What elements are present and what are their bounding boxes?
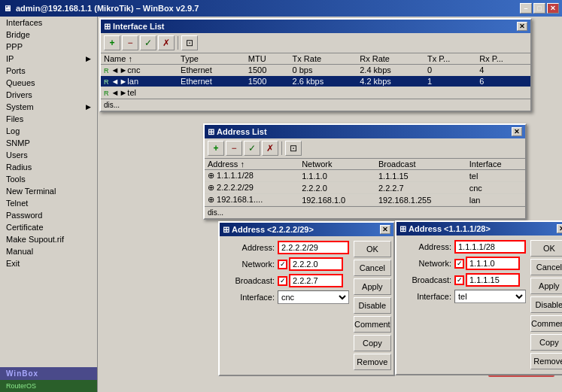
cnc-network-checkbox[interactable]: ✓ bbox=[278, 260, 287, 269]
sidebar-item-new-terminal[interactable]: New Terminal bbox=[0, 185, 97, 197]
tel-ok-button[interactable]: OK bbox=[530, 240, 562, 257]
tel-interface-select[interactable]: tel cnc lan bbox=[454, 290, 526, 303]
interface-list-table: Name ↑ Type MTU Tx Rate Rx Rate Tx P... … bbox=[101, 53, 530, 99]
sidebar-item-system[interactable]: System ▶ bbox=[0, 101, 97, 113]
chevron-right-icon-2: ▶ bbox=[86, 103, 91, 111]
cnc-copy-button[interactable]: Copy bbox=[354, 335, 391, 351]
addr-add-button[interactable]: + bbox=[208, 141, 224, 156]
cnc-address-input[interactable] bbox=[278, 241, 349, 254]
interface-cell: cnc bbox=[466, 182, 525, 194]
col-addr[interactable]: Address ↑ bbox=[205, 159, 299, 170]
col-rx-p[interactable]: Rx P... bbox=[476, 53, 530, 65]
sidebar-item-ip[interactable]: IP ▶ bbox=[0, 53, 97, 65]
sidebar-item-bridge[interactable]: Bridge bbox=[0, 29, 97, 41]
dialog-tel-icon: ⊞ bbox=[399, 224, 406, 234]
tel-address-input[interactable] bbox=[454, 240, 526, 254]
col-interface[interactable]: Interface bbox=[466, 159, 525, 170]
address-list-close[interactable]: ✕ bbox=[512, 127, 522, 136]
tel-remove-button[interactable]: Remove bbox=[530, 353, 562, 369]
sidebar-item-users[interactable]: Users bbox=[0, 149, 97, 161]
sidebar-item-telnet[interactable]: Telnet bbox=[0, 197, 97, 209]
addr-remove-button[interactable]: − bbox=[226, 141, 242, 156]
tel-disable-button[interactable]: Disable bbox=[530, 296, 562, 313]
sidebar-item-drivers[interactable]: Drivers bbox=[0, 89, 97, 101]
dialog-cnc-titlebar[interactable]: ⊞ Address <2.2.2.2/29> ✕ bbox=[220, 223, 393, 236]
table-row[interactable]: R ◄►cnc Ethernet 1500 0 bps 2.4 kbps 0 4 bbox=[101, 65, 530, 76]
if-txrate-cell: 2.6 kbps bbox=[290, 76, 357, 87]
if-rxrate-cell bbox=[357, 87, 424, 99]
interface-list-titlebar[interactable]: ⊞ Interface List ✕ bbox=[101, 20, 530, 33]
cnc-cancel-button[interactable]: Cancel bbox=[354, 260, 391, 276]
sidebar-item-snmp[interactable]: SNMP bbox=[0, 137, 97, 149]
addr-cell: ⊕ 192.168.1.... bbox=[205, 194, 299, 206]
tel-cancel-button[interactable]: Cancel bbox=[530, 259, 562, 275]
if-rxp-cell: 6 bbox=[476, 76, 530, 87]
cnc-network-input[interactable] bbox=[289, 257, 343, 271]
address-list-titlebar[interactable]: ⊞ Address List ✕ bbox=[205, 125, 525, 138]
network-cell: 2.2.2.0 bbox=[299, 182, 375, 194]
col-tx-p[interactable]: Tx P... bbox=[424, 53, 476, 65]
sidebar-item-make-supout[interactable]: Make Supout.rif bbox=[0, 233, 97, 245]
add-button[interactable]: + bbox=[104, 35, 120, 50]
table-row[interactable]: R ◄►lan Ethernet 1500 2.6 kbps 4.2 kbps … bbox=[101, 76, 530, 87]
dialog-cnc-title: Address <2.2.2.2/29> bbox=[232, 225, 314, 234]
sidebar-item-queues[interactable]: Queues bbox=[0, 77, 97, 89]
dialog-cnc-close[interactable]: ✕ bbox=[380, 225, 390, 234]
table-row[interactable]: ⊕ 1.1.1.1/28 1.1.1.0 1.1.1.15 tel bbox=[205, 170, 525, 182]
tel-network-input[interactable] bbox=[466, 257, 520, 270]
maximize-button[interactable]: □ bbox=[533, 3, 545, 14]
interface-list-close[interactable]: ✕ bbox=[517, 22, 527, 31]
sidebar-item-manual[interactable]: Manual bbox=[0, 245, 97, 257]
sidebar-item-radius[interactable]: Radius bbox=[0, 161, 97, 173]
cancel-x-button[interactable]: ✗ bbox=[158, 35, 175, 50]
cnc-apply-button[interactable]: Apply bbox=[354, 278, 391, 295]
cnc-ok-button[interactable]: OK bbox=[354, 241, 391, 257]
sidebar-item-ppp[interactable]: PPP bbox=[0, 41, 97, 53]
cnc-address-label: Address: bbox=[226, 243, 275, 252]
table-row[interactable]: R ◄►tel bbox=[101, 87, 530, 99]
sidebar-item-ports[interactable]: Ports bbox=[0, 65, 97, 77]
addr-cancel-button[interactable]: ✗ bbox=[262, 141, 278, 156]
tel-apply-button[interactable]: Apply bbox=[530, 278, 562, 294]
remove-button[interactable]: − bbox=[122, 35, 138, 50]
close-button[interactable]: ✕ bbox=[547, 3, 559, 14]
tel-copy-button[interactable]: Copy bbox=[530, 334, 562, 351]
table-row[interactable]: ⊕ 192.168.1.... 192.168.1.0 192.168.1.25… bbox=[205, 194, 525, 206]
sidebar-item-exit[interactable]: Exit bbox=[0, 257, 97, 269]
cnc-broadcast-checkbox[interactable]: ✓ bbox=[278, 276, 287, 286]
addr-check-button[interactable]: ✓ bbox=[244, 141, 260, 156]
col-broadcast[interactable]: Broadcast bbox=[375, 159, 466, 170]
dialog-tel-titlebar[interactable]: ⊞ Address <1.1.1.1/28> ✕ bbox=[396, 222, 562, 236]
sidebar-item-password[interactable]: Password bbox=[0, 209, 97, 221]
dialog-tel-close[interactable]: ✕ bbox=[557, 224, 562, 233]
cnc-disable-button[interactable]: Disable bbox=[354, 297, 391, 314]
check-button[interactable]: ✓ bbox=[140, 35, 156, 50]
col-type[interactable]: Type bbox=[178, 53, 245, 65]
if-txp-cell: 0 bbox=[424, 65, 476, 76]
address-list-table-container[interactable]: Address ↑ Network Broadcast Interface ⊕ … bbox=[205, 159, 525, 206]
tel-broadcast-input[interactable] bbox=[466, 273, 520, 287]
table-row[interactable]: ⊕ 2.2.2.2/29 2.2.2.0 2.2.2.7 cnc bbox=[205, 182, 525, 194]
sidebar-item-files[interactable]: Files bbox=[0, 113, 97, 125]
cnc-comment-button[interactable]: Comment bbox=[354, 316, 391, 333]
settings-button[interactable]: ⊡ bbox=[181, 35, 198, 50]
sidebar-item-tools[interactable]: Tools bbox=[0, 173, 97, 185]
tel-network-checkbox[interactable]: ✓ bbox=[454, 259, 464, 269]
addr-settings-button[interactable]: ⊡ bbox=[285, 141, 302, 156]
cnc-interface-label: Interface: bbox=[226, 293, 275, 302]
col-network[interactable]: Network bbox=[299, 159, 375, 170]
sidebar-item-interfaces[interactable]: Interfaces bbox=[0, 17, 97, 29]
cnc-broadcast-input[interactable] bbox=[289, 274, 343, 287]
minimize-button[interactable]: – bbox=[520, 3, 532, 14]
cnc-interface-select[interactable]: cnc lan tel bbox=[278, 290, 349, 304]
sidebar-item-log[interactable]: Log bbox=[0, 125, 97, 137]
sidebar-item-certificate[interactable]: Certificate bbox=[0, 221, 97, 233]
interface-list-table-container[interactable]: Name ↑ Type MTU Tx Rate Rx Rate Tx P... … bbox=[101, 53, 530, 99]
cnc-remove-button[interactable]: Remove bbox=[354, 354, 391, 370]
col-tx-rate[interactable]: Tx Rate bbox=[290, 53, 357, 65]
tel-comment-button[interactable]: Comment bbox=[530, 315, 562, 332]
col-name[interactable]: Name ↑ bbox=[101, 53, 178, 65]
col-rx-rate[interactable]: Rx Rate bbox=[357, 53, 424, 65]
col-mtu[interactable]: MTU bbox=[245, 53, 290, 65]
tel-broadcast-checkbox[interactable]: ✓ bbox=[454, 275, 464, 285]
